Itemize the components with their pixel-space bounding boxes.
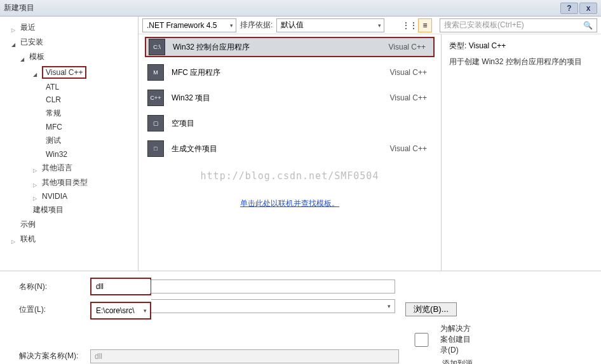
name-input[interactable] <box>92 280 151 293</box>
browse-button[interactable]: 浏览(B)... <box>405 302 457 316</box>
sidebar-recent[interactable]: 最近 <box>0 20 138 35</box>
watermark: http://blog.csdn.net/SMF0504 <box>138 161 441 191</box>
sidebar-installed[interactable]: 已安装 <box>0 35 138 50</box>
sidebar-example[interactable]: 示例 <box>0 217 138 232</box>
template-row[interactable]: C++ Win32 项目 Visual C++ <box>138 85 441 111</box>
search-icon: 🔍 <box>583 21 593 30</box>
source-control-checkbox[interactable]: 添加到源代码管理(U) <box>405 358 476 364</box>
type-label: 类型: <box>449 41 466 50</box>
create-dir-checkbox[interactable]: 为解决方案创建目录(D) <box>405 323 476 356</box>
sidebar-test[interactable]: 测试 <box>0 133 138 148</box>
toolbar: .NET Framework 4.5 排序依据: 默认值 ⋮⋮ ≡ 搜索已安装模… <box>138 17 601 34</box>
makefile-icon: □ <box>147 140 164 157</box>
location-label: 位置(L): <box>19 304 90 315</box>
view-list-icon[interactable]: ≡ <box>418 18 432 32</box>
type-value: Visual C++ <box>469 41 506 50</box>
sidebar-modeling[interactable]: 建模项目 <box>0 203 138 217</box>
mfc-icon: M <box>147 64 164 81</box>
sidebar-otherproj[interactable]: 其他项目类型 <box>0 175 138 190</box>
sidebar-general[interactable]: 常规 <box>0 106 138 121</box>
help-button[interactable]: ? <box>560 3 578 14</box>
sidebar: 最近 已安装 模板 Visual C++ ATL CLR 常规 MFC 测试 W… <box>0 17 138 271</box>
template-list: C:\ Win32 控制台应用程序 Visual C++ M MFC 应用程序 … <box>138 34 441 271</box>
solution-input <box>90 349 399 363</box>
empty-icon: ▢ <box>147 115 164 131</box>
sort-combo[interactable]: 默认值 <box>276 18 384 32</box>
template-row[interactable]: C:\ Win32 控制台应用程序 Visual C++ <box>138 34 441 60</box>
title-bar: 新建项目 ? x <box>0 0 601 17</box>
sidebar-atl[interactable]: ATL <box>0 81 138 93</box>
template-row[interactable]: ▢ 空项目 <box>138 111 441 136</box>
sidebar-mfc[interactable]: MFC <box>0 121 138 133</box>
online-link[interactable]: 单击此处以联机并查找模板。 <box>138 191 441 217</box>
sidebar-vcpp[interactable]: Visual C++ <box>0 64 138 81</box>
template-row[interactable]: □ 生成文件项目 Visual C++ <box>138 136 441 161</box>
sidebar-templates[interactable]: 模板 <box>0 50 138 64</box>
solution-label: 解决方案名称(M): <box>19 351 90 361</box>
view-grid-icon[interactable]: ⋮⋮ <box>403 18 417 32</box>
search-input[interactable]: 搜索已安装模板(Ctrl+E) 🔍 <box>440 18 597 32</box>
window-title: 新建项目 <box>4 3 560 13</box>
description-panel: 类型: Visual C++ 用于创建 Win32 控制台应用程序的项目 <box>441 34 601 271</box>
win32-icon: C++ <box>147 90 164 106</box>
form-area: 名称(N): 位置(L): E:\core\src\ 浏览(B)... 解决方案… <box>0 271 601 364</box>
sidebar-otherlang[interactable]: 其他语言 <box>0 161 138 175</box>
close-button[interactable]: x <box>579 3 597 14</box>
sidebar-nvidia[interactable]: NVIDIA <box>0 190 138 203</box>
console-icon: C:\ <box>149 39 165 55</box>
name-label: 名称(N): <box>19 281 90 292</box>
type-description: 用于创建 Win32 控制台应用程序的项目 <box>449 57 593 67</box>
name-input-ext[interactable] <box>151 280 395 293</box>
framework-combo[interactable]: .NET Framework 4.5 <box>142 18 236 32</box>
sidebar-clr[interactable]: CLR <box>0 93 138 106</box>
template-row[interactable]: M MFC 应用程序 Visual C++ <box>138 60 441 85</box>
sidebar-win32[interactable]: Win32 <box>0 148 138 161</box>
sort-label: 排序依据: <box>240 20 273 30</box>
sidebar-online[interactable]: 联机 <box>0 232 138 246</box>
location-combo[interactable] <box>151 299 395 313</box>
